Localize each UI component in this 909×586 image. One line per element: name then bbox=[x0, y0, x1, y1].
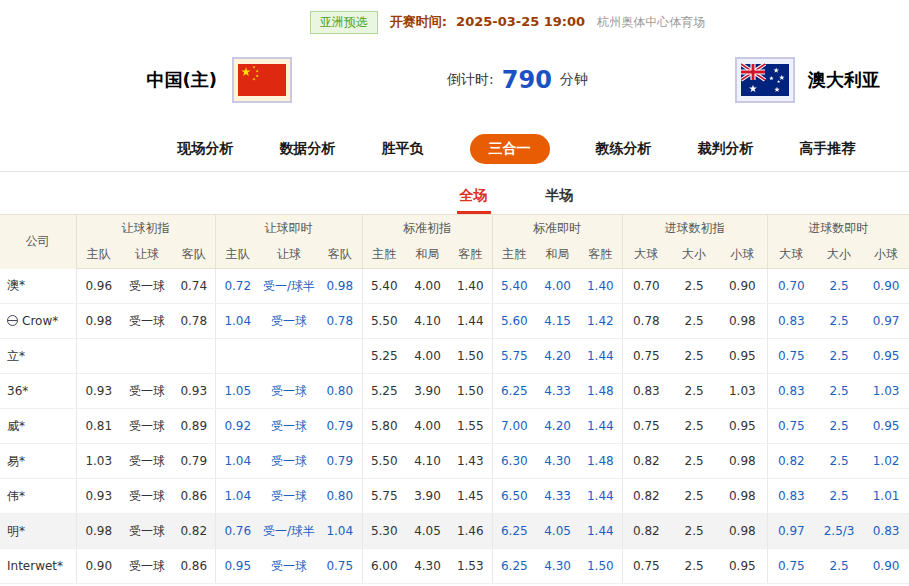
odds-cell: 1.44 bbox=[579, 339, 622, 374]
column-header: 客队 bbox=[173, 242, 215, 269]
venue-label: 杭州奥体中心体育场 bbox=[597, 14, 705, 31]
odds-cell: 2.5 bbox=[670, 514, 718, 549]
tab-live-analysis[interactable]: 现场分析 bbox=[178, 140, 234, 158]
column-header: 客胜 bbox=[579, 242, 622, 269]
odds-cell: 6.25 bbox=[492, 374, 536, 409]
tab-expert-recommend[interactable]: 高手推荐 bbox=[800, 140, 856, 158]
tab-coach-analysis[interactable]: 教练分析 bbox=[596, 140, 652, 158]
odds-cell: 1.48 bbox=[579, 444, 622, 479]
odds-cell: 0.70 bbox=[767, 269, 815, 304]
odds-cell: 2.5 bbox=[815, 409, 863, 444]
odds-cell: 1.42 bbox=[579, 304, 622, 339]
odds-cell: 受一球 bbox=[260, 549, 318, 584]
company-cell[interactable]: Crow* bbox=[0, 304, 76, 339]
odds-cell: 1.50 bbox=[449, 374, 492, 409]
column-header: 让球 bbox=[260, 242, 318, 269]
odds-cell: 受一球 bbox=[121, 444, 173, 479]
odds-cell: 0.98 bbox=[76, 304, 121, 339]
company-cell[interactable]: 威* bbox=[0, 409, 76, 444]
odds-cell: 3.90 bbox=[406, 479, 449, 514]
tab-referee-analysis[interactable]: 裁判分析 bbox=[698, 140, 754, 158]
odds-cell: 0.90 bbox=[76, 549, 121, 584]
odds-cell: 0.75 bbox=[318, 549, 362, 584]
company-logo-icon bbox=[7, 315, 18, 326]
odds-cell: 0.75 bbox=[767, 339, 815, 374]
odds-cell: 1.05 bbox=[215, 374, 260, 409]
table-row: 明*0.98受一球0.820.76受一/球半1.045.304.051.466.… bbox=[0, 514, 909, 549]
tab-half-match[interactable]: 半场 bbox=[543, 179, 577, 214]
odds-cell: 0.97 bbox=[767, 514, 815, 549]
odds-cell: 4.30 bbox=[536, 444, 579, 479]
odds-cell: 受一球 bbox=[121, 549, 173, 584]
odds-cell: 0.83 bbox=[767, 479, 815, 514]
tab-win-draw-loss[interactable]: 胜平负 bbox=[382, 140, 424, 158]
countdown-label: 倒计时: bbox=[447, 71, 494, 89]
odds-cell: 0.86 bbox=[173, 479, 215, 514]
odds-cell: 7.00 bbox=[492, 409, 536, 444]
column-header: 大小 bbox=[815, 242, 863, 269]
table-row: 澳*0.96受一球0.740.72受一/球半0.985.404.001.405.… bbox=[0, 269, 909, 304]
company-cell[interactable]: 伟* bbox=[0, 479, 76, 514]
odds-cell: 0.75 bbox=[767, 549, 815, 584]
odds-cell: 4.00 bbox=[406, 339, 449, 374]
odds-cell: 0.82 bbox=[622, 444, 670, 479]
kickoff-time: 开赛时间: 2025-03-25 19:00 bbox=[390, 13, 585, 31]
odds-cell: 0.89 bbox=[173, 409, 215, 444]
odds-cell: 5.75 bbox=[362, 479, 406, 514]
odds-cell: 4.30 bbox=[406, 549, 449, 584]
odds-cell: 0.79 bbox=[318, 444, 362, 479]
odds-cell: 1.44 bbox=[579, 409, 622, 444]
odds-cell: 5.80 bbox=[362, 409, 406, 444]
column-header: 大球 bbox=[767, 242, 815, 269]
league-badge[interactable]: 亚洲预选 bbox=[310, 11, 378, 34]
company-cell[interactable]: 易* bbox=[0, 444, 76, 479]
column-header: 让球 bbox=[121, 242, 173, 269]
odds-cell: 0.74 bbox=[173, 269, 215, 304]
australia-flag-icon bbox=[741, 63, 789, 97]
odds-cell: 0.72 bbox=[215, 269, 260, 304]
odds-cell: 2.5/3 bbox=[815, 514, 863, 549]
odds-cell: 0.98 bbox=[318, 269, 362, 304]
table-row: Crow*0.98受一球0.781.04受一球0.785.504.101.445… bbox=[0, 304, 909, 339]
tab-full-match[interactable]: 全场 bbox=[457, 179, 491, 214]
odds-cell: 3.90 bbox=[406, 374, 449, 409]
odds-cell: 1.50 bbox=[449, 339, 492, 374]
odds-cell: 2.5 bbox=[670, 339, 718, 374]
odds-cell: 1.03 bbox=[76, 444, 121, 479]
odds-cell: 受一球 bbox=[260, 479, 318, 514]
odds-cell: 4.00 bbox=[406, 409, 449, 444]
odds-cell: 0.92 bbox=[215, 409, 260, 444]
odds-cell: 2.5 bbox=[670, 549, 718, 584]
odds-cell: 0.95 bbox=[718, 549, 767, 584]
odds-cell: 0.98 bbox=[718, 444, 767, 479]
company-cell[interactable]: 36* bbox=[0, 374, 76, 409]
odds-cell: 0.75 bbox=[622, 409, 670, 444]
company-cell[interactable]: 立* bbox=[0, 339, 76, 374]
odds-cell: 5.40 bbox=[492, 269, 536, 304]
odds-cell: 0.98 bbox=[76, 514, 121, 549]
odds-cell: 0.86 bbox=[173, 549, 215, 584]
china-flag-icon bbox=[238, 63, 286, 97]
company-cell[interactable]: Interwet* bbox=[0, 549, 76, 584]
odds-cell: 4.00 bbox=[536, 269, 579, 304]
odds-cell: 0.90 bbox=[718, 269, 767, 304]
odds-cell: 0.79 bbox=[173, 444, 215, 479]
odds-cell: 6.25 bbox=[492, 514, 536, 549]
company-cell[interactable]: 明* bbox=[0, 514, 76, 549]
odds-cell bbox=[76, 339, 121, 374]
odds-cell: 受一球 bbox=[121, 269, 173, 304]
tab-three-in-one[interactable]: 三合一 bbox=[470, 134, 550, 164]
odds-cell: 受一/球半 bbox=[260, 269, 318, 304]
odds-cell: 0.90 bbox=[863, 269, 909, 304]
odds-cell: 0.78 bbox=[622, 304, 670, 339]
odds-cell: 0.93 bbox=[76, 479, 121, 514]
odds-cell: 0.83 bbox=[767, 304, 815, 339]
away-team-name: 澳大利亚 bbox=[808, 68, 880, 92]
company-cell[interactable]: 澳* bbox=[0, 269, 76, 304]
column-header: 主胜 bbox=[362, 242, 406, 269]
tab-data-analysis[interactable]: 数据分析 bbox=[280, 140, 336, 158]
odds-cell: 受一球 bbox=[121, 514, 173, 549]
odds-cell: 0.82 bbox=[622, 479, 670, 514]
odds-cell: 2.5 bbox=[815, 549, 863, 584]
odds-cell: 受一球 bbox=[121, 304, 173, 339]
